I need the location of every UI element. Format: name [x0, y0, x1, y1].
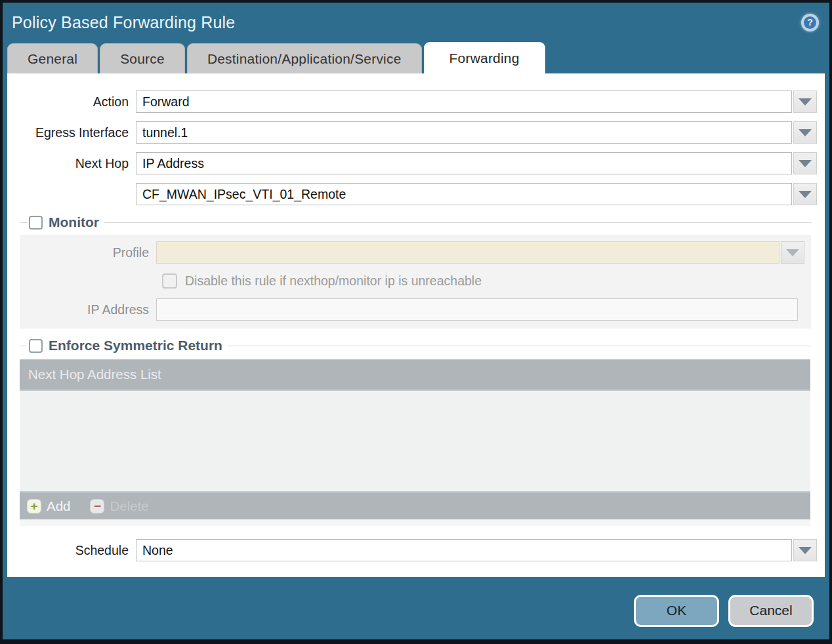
delete-button-label: Delete: [110, 498, 148, 514]
profile-label: Profile: [20, 245, 156, 260]
schedule-select[interactable]: None: [136, 539, 792, 561]
next-hop-address-table: Next Hop Address List + Add − Delete: [20, 359, 810, 526]
action-dropdown-button[interactable]: [793, 91, 817, 113]
next-hop-type-select[interactable]: IP Address: [136, 152, 792, 174]
chevron-down-icon: [799, 547, 812, 554]
tab-forwarding[interactable]: Forwarding: [424, 42, 545, 73]
symmetric-return-group-title: Enforce Symmetric Return: [49, 338, 222, 353]
next-hop-address-list-column-header: Next Hop Address List: [28, 367, 161, 382]
chevron-down-icon: [799, 98, 812, 106]
add-plus-icon: +: [27, 499, 41, 513]
tab-source[interactable]: Source: [100, 43, 185, 73]
next-hop-label: Next Hop: [7, 156, 136, 171]
table-body-empty[interactable]: [20, 391, 810, 491]
egress-interface-label: Egress Interface: [7, 125, 136, 140]
next-hop-address-dropdown-button[interactable]: [793, 183, 817, 205]
dialog-footer: OK Cancel: [3, 577, 829, 641]
monitor-group-title: Monitor: [49, 214, 99, 230]
monitor-panel: Profile Disable this rule if nexthop/mon…: [20, 235, 811, 329]
action-label: Action: [7, 94, 136, 110]
table-scroll-strip: [20, 519, 810, 526]
monitor-checkbox[interactable]: [29, 216, 43, 230]
schedule-dropdown-button[interactable]: [793, 539, 817, 561]
delete-button: − Delete: [90, 498, 148, 514]
tab-destination-application-service[interactable]: Destination/Application/Service: [187, 43, 422, 73]
profile-select: [156, 241, 780, 264]
chevron-down-icon: [799, 129, 812, 136]
ok-button[interactable]: OK: [634, 595, 719, 627]
delete-minus-icon: −: [90, 499, 104, 513]
pbf-rule-dialog: Policy Based Forwarding Rule ? General S…: [0, 0, 832, 644]
monitor-ip-address-input: [156, 298, 798, 321]
tab-general[interactable]: General: [7, 43, 98, 73]
egress-interface-dropdown-button[interactable]: [793, 121, 817, 144]
forwarding-tab-panel: Action Forward Egress Interface tunnel.1…: [7, 73, 825, 577]
help-icon-glyph: ?: [804, 16, 816, 29]
disable-rule-label: Disable this rule if nexthop/monitor ip …: [185, 273, 482, 289]
table-footer-toolbar: + Add − Delete: [20, 491, 810, 519]
profile-dropdown-button: [781, 241, 804, 264]
dialog-titlebar: Policy Based Forwarding Rule ?: [3, 3, 829, 42]
next-hop-type-dropdown-button[interactable]: [793, 152, 817, 174]
tab-bar: General Source Destination/Application/S…: [3, 42, 829, 73]
help-icon[interactable]: ?: [801, 14, 819, 31]
chevron-down-icon: [799, 160, 812, 167]
egress-interface-select[interactable]: tunnel.1: [136, 121, 792, 144]
bottom-accent-line: [3, 641, 829, 644]
symmetric-return-group: Enforce Symmetric Return Next Hop Addres…: [20, 338, 811, 526]
table-header-row: Next Hop Address List: [20, 359, 810, 391]
schedule-label: Schedule: [7, 543, 136, 558]
cancel-button[interactable]: Cancel: [728, 595, 814, 627]
enforce-symmetric-return-checkbox[interactable]: [29, 339, 43, 353]
disable-rule-checkbox: [162, 273, 177, 289]
add-button-label: Add: [47, 498, 70, 514]
monitor-ip-address-label: IP Address: [20, 302, 156, 317]
action-select[interactable]: Forward: [136, 91, 792, 113]
dialog-title: Policy Based Forwarding Rule: [12, 13, 235, 32]
monitor-group: Monitor Profile Disable this rule if nex…: [20, 214, 811, 329]
chevron-down-icon: [799, 191, 812, 198]
next-hop-address-select[interactable]: CF_MWAN_IPsec_VTI_01_Remote: [136, 183, 792, 205]
add-button[interactable]: + Add: [27, 498, 70, 514]
chevron-down-icon: [786, 249, 799, 256]
